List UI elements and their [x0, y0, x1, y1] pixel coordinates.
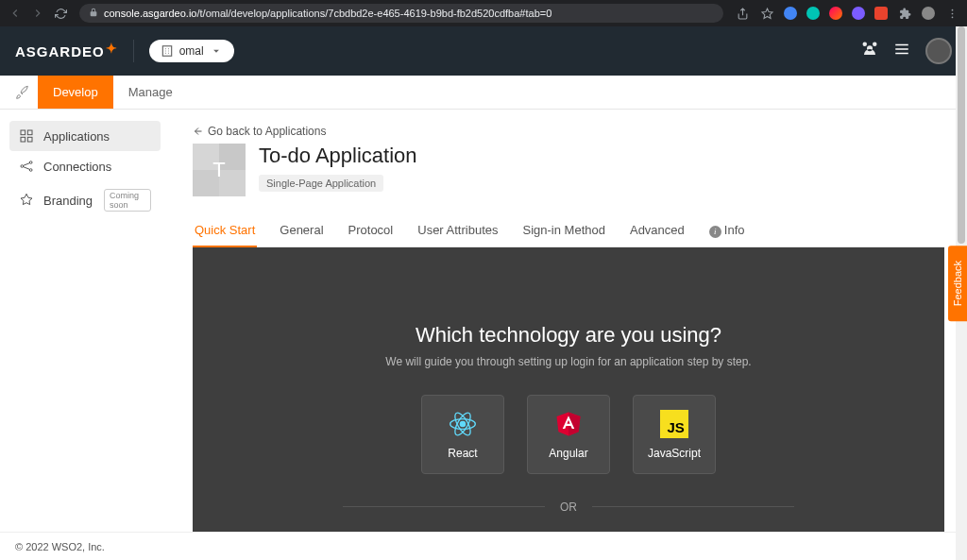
svg-text:JS: JS — [668, 418, 685, 434]
svg-rect-4 — [162, 46, 171, 57]
tab-develop[interactable]: Develop — [38, 76, 113, 109]
sidebar-item-label: Branding — [43, 194, 93, 208]
sidebar-item-label: Connections — [43, 160, 111, 174]
feedback-button[interactable]: Feedback — [948, 246, 967, 321]
or-divider: OR — [343, 501, 794, 514]
sidebar: Applications Connections Branding Coming… — [0, 110, 170, 532]
app-icon: T — [193, 144, 246, 196]
url-text: console.asgardeo.io/t/omal/develop/appli… — [104, 8, 551, 19]
menu-icon[interactable] — [893, 41, 910, 61]
coming-soon-badge: Coming soon — [104, 189, 151, 212]
sidebar-item-connections[interactable]: Connections — [9, 151, 161, 181]
kebab-icon[interactable] — [944, 6, 959, 21]
browser-toolbar: console.asgardeo.io/t/omal/develop/appli… — [0, 0, 967, 26]
extension-icon[interactable] — [852, 7, 865, 20]
sidebar-item-applications[interactable]: Applications — [9, 121, 161, 151]
info-icon: i — [709, 226, 721, 238]
scrollbar-thumb[interactable] — [958, 26, 965, 244]
extension-icon[interactable] — [829, 7, 842, 20]
tech-card-angular[interactable]: Angular — [527, 395, 610, 474]
sidebar-item-label: Applications — [43, 129, 110, 144]
quickstart-subheading: We will guide you through setting up log… — [385, 355, 751, 368]
lock-icon — [89, 8, 98, 19]
extension-icon[interactable] — [874, 7, 888, 20]
building-icon — [161, 44, 174, 58]
branding-icon — [19, 193, 34, 208]
users-icon[interactable] — [861, 41, 878, 61]
svg-point-10 — [29, 161, 32, 164]
org-switcher[interactable]: omal — [149, 40, 234, 62]
svg-point-1 — [951, 8, 953, 10]
svg-rect-7 — [21, 137, 25, 142]
svg-point-11 — [29, 169, 32, 172]
svg-marker-0 — [762, 8, 772, 18]
avatar[interactable] — [925, 38, 952, 64]
back-link[interactable]: Go back to Applications — [193, 125, 944, 138]
grid-icon — [19, 128, 34, 144]
tab-signin-method[interactable]: Sign-in Method — [521, 215, 607, 247]
main-tabs: Develop Manage — [0, 76, 967, 110]
divider — [133, 40, 134, 62]
chevron-down-icon — [210, 44, 223, 58]
app-type-badge: Single-Page Application — [259, 175, 383, 192]
svg-rect-8 — [27, 137, 32, 142]
angular-icon — [553, 409, 584, 439]
footer: © 2022 WSO2, Inc. — [0, 532, 967, 560]
quickstart-heading: Which technology are you using? — [416, 323, 721, 348]
svg-point-12 — [460, 421, 465, 426]
detail-tabs: Quick Start General Protocol User Attrib… — [193, 215, 944, 247]
tab-protocol[interactable]: Protocol — [347, 215, 396, 247]
quickstart-panel: Which technology are you using? We will … — [193, 247, 944, 533]
browser-actions — [735, 6, 959, 21]
tech-card-react[interactable]: React — [421, 395, 504, 474]
logo[interactable]: ASGARDEO✦ — [15, 43, 118, 59]
javascript-icon: JS — [659, 409, 689, 439]
tab-quick-start[interactable]: Quick Start — [193, 215, 257, 247]
main-content: Go back to Applications T To-do Applicat… — [170, 110, 967, 532]
svg-point-2 — [951, 12, 953, 14]
svg-rect-5 — [21, 130, 25, 135]
org-name: omal — [179, 44, 204, 58]
url-bar[interactable]: console.asgardeo.io/t/omal/develop/appli… — [79, 4, 723, 23]
copyright: © 2022 WSO2, Inc. — [15, 541, 105, 552]
getting-started-icon[interactable] — [8, 76, 38, 109]
app-header: ASGARDEO✦ omal — [0, 26, 967, 76]
arrow-left-icon — [193, 126, 204, 137]
extension-icon[interactable] — [806, 7, 820, 20]
sidebar-item-branding[interactable]: Branding Coming soon — [9, 181, 161, 219]
forward-icon[interactable] — [30, 6, 45, 21]
tab-user-attributes[interactable]: User Attributes — [416, 215, 500, 247]
tab-general[interactable]: General — [278, 215, 325, 247]
page-title: To-do Application — [259, 144, 417, 168]
svg-point-9 — [21, 165, 24, 168]
profile-avatar-icon[interactable] — [922, 7, 935, 20]
extensions-icon[interactable] — [897, 6, 912, 21]
extension-icon[interactable] — [784, 7, 797, 20]
react-icon — [448, 409, 478, 439]
svg-rect-6 — [27, 130, 32, 135]
tab-advanced[interactable]: Advanced — [628, 215, 687, 247]
svg-point-3 — [951, 16, 953, 18]
back-icon[interactable] — [8, 6, 23, 21]
tech-card-javascript[interactable]: JS JavaScript — [633, 395, 716, 474]
star-icon[interactable] — [759, 6, 774, 21]
connections-icon — [19, 159, 34, 174]
tab-manage[interactable]: Manage — [113, 76, 188, 109]
tab-info[interactable]: iInfo — [707, 215, 747, 247]
reload-icon[interactable] — [53, 6, 68, 21]
share-icon[interactable] — [735, 6, 750, 21]
